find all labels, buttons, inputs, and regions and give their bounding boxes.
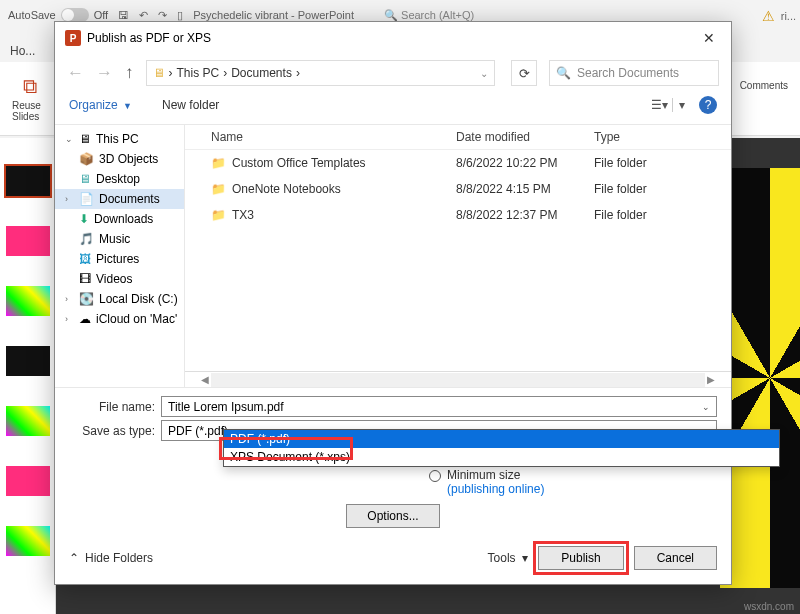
present-icon[interactable]: ▯ [177, 9, 183, 22]
toggle-icon[interactable] [61, 8, 89, 22]
search-hint[interactable]: 🔍 Search (Alt+Q) [384, 9, 474, 22]
tree-3dobjects[interactable]: 📦3D Objects [55, 149, 184, 169]
col-name[interactable]: Name [203, 125, 448, 149]
warning-icon: ⚠ [762, 8, 775, 24]
crumb-sep: › [169, 66, 173, 80]
powerpoint-icon: P [65, 30, 81, 46]
highlight-box [219, 437, 353, 460]
account-area[interactable]: ⚠ ri... [762, 8, 796, 24]
autosave-toggle[interactable]: AutoSave Off [8, 8, 108, 22]
optimize-min-sub: (publishing online) [447, 482, 544, 496]
filename-input[interactable]: Title Lorem Ipsum.pdf ⌄ [161, 396, 717, 417]
file-date: 8/8/2022 4:15 PM [448, 178, 586, 200]
options-button[interactable]: Options... [346, 504, 439, 528]
search-placeholder: Search Documents [577, 66, 679, 80]
radio-icon[interactable] [429, 470, 441, 482]
folder-icon: 📁 [211, 208, 226, 222]
dropdown-icon[interactable]: ⌄ [702, 402, 710, 412]
document-title: Psychedelic vibrant - PowerPoint [193, 9, 354, 21]
file-name: Custom Office Templates [232, 156, 366, 170]
nav-bar: ← → ↑ 🖥 › This PC › Documents › ⌄ ⟳ 🔍 Se… [55, 54, 731, 92]
reuse-icon: ⧉ [23, 75, 37, 98]
dialog-title: Publish as PDF or XPS [87, 31, 211, 45]
slide-thumb-5[interactable] [6, 406, 50, 436]
dialog-titlebar: P Publish as PDF or XPS ✕ [55, 22, 731, 54]
tree-localdisk[interactable]: ›💽Local Disk (C:) [55, 289, 184, 309]
slide-thumb-2[interactable] [6, 226, 50, 256]
ribbon-comments[interactable]: Comments [736, 78, 792, 119]
tree-desktop[interactable]: 🖥Desktop [55, 169, 184, 189]
file-row[interactable]: 📁OneNote Notebooks 8/8/2022 4:15 PM File… [185, 176, 731, 202]
crumb-thispc[interactable]: This PC [177, 66, 220, 80]
file-list-header[interactable]: Name Date modified Type [185, 125, 731, 150]
account-name: ri... [781, 10, 796, 22]
tree-icloud[interactable]: ›☁iCloud on 'Mac' [55, 309, 184, 329]
file-list[interactable]: Name Date modified Type 📁Custom Office T… [185, 125, 731, 387]
save-icon[interactable]: 🖫 [118, 9, 129, 21]
slide-thumb-1[interactable] [6, 166, 50, 196]
new-folder-button[interactable]: New folder [162, 98, 219, 112]
view-button[interactable]: ☰▾ ▾ [651, 98, 685, 112]
watermark: wsxdn.com [744, 601, 794, 612]
caret-icon: ▼ [123, 101, 132, 111]
folder-icon: 📁 [211, 156, 226, 170]
file-row[interactable]: 📁Custom Office Templates 8/6/2022 10:22 … [185, 150, 731, 176]
slide-art-2 [720, 168, 800, 588]
slide-thumb-6[interactable] [6, 466, 50, 496]
folder-tree[interactable]: ⌄🖥This PC 📦3D Objects 🖥Desktop ›📄Documen… [55, 125, 185, 387]
publish-dialog: P Publish as PDF or XPS ✕ ← → ↑ 🖥 › This… [54, 21, 732, 585]
tree-thispc[interactable]: ⌄🖥This PC [55, 129, 184, 149]
horizontal-scrollbar[interactable]: ◀ ▶ [185, 371, 731, 387]
comments-label: Comments [740, 80, 788, 91]
scroll-track[interactable] [211, 373, 705, 387]
ribbon-reuse-slides[interactable]: ⧉ Reuse Slides [8, 73, 52, 124]
forward-button[interactable]: → [96, 63, 113, 83]
saveas-value: PDF (*.pdf) [168, 424, 228, 438]
scroll-right-icon[interactable]: ▶ [705, 374, 717, 385]
file-type: File folder [586, 204, 731, 226]
search-documents-input[interactable]: 🔍 Search Documents [549, 60, 719, 86]
crumb-documents[interactable]: Documents [231, 66, 292, 80]
tools-button[interactable]: Tools ▾ [488, 551, 529, 565]
file-type: File folder [586, 152, 731, 174]
file-date: 8/6/2022 10:22 PM [448, 152, 586, 174]
tree-videos[interactable]: 🎞Videos [55, 269, 184, 289]
toolbar: Organize ▼ New folder ☰▾ ▾ ? [55, 92, 731, 125]
organize-button[interactable]: Organize ▼ [69, 98, 132, 112]
optimize-min-label: Minimum size [447, 468, 544, 482]
scroll-left-icon[interactable]: ◀ [199, 374, 211, 385]
folder-icon: 📁 [211, 182, 226, 196]
file-type: File folder [586, 178, 731, 200]
slide-thumb-3[interactable] [6, 286, 50, 316]
col-type[interactable]: Type [586, 125, 731, 149]
refresh-button[interactable]: ⟳ [511, 60, 537, 86]
dropdown-caret-icon[interactable]: ⌄ [480, 68, 488, 79]
file-row[interactable]: 📁TX3 8/8/2022 12:37 PM File folder [185, 202, 731, 228]
redo-icon[interactable]: ↷ [158, 9, 167, 22]
autosave-state: Off [94, 9, 108, 21]
dialog-footer: ⌃ Hide Folders Tools ▾ Publish Cancel [55, 536, 731, 584]
up-button[interactable]: ↑ [125, 63, 134, 83]
filename-value: Title Lorem Ipsum.pdf [168, 400, 284, 414]
close-button[interactable]: ✕ [697, 28, 721, 48]
optimize-minimum-radio[interactable]: Minimum size (publishing online) [69, 468, 717, 496]
saveas-label: Save as type: [69, 424, 161, 438]
slide-thumb-7[interactable] [6, 526, 50, 556]
slide-thumbnails[interactable] [0, 138, 56, 614]
file-name: TX3 [232, 208, 254, 222]
undo-icon[interactable]: ↶ [139, 9, 148, 22]
back-button[interactable]: ← [67, 63, 84, 83]
tree-music[interactable]: 🎵Music [55, 229, 184, 249]
slide-thumb-4[interactable] [6, 346, 50, 376]
col-date[interactable]: Date modified [448, 125, 586, 149]
publish-button[interactable]: Publish [538, 546, 623, 570]
address-bar[interactable]: 🖥 › This PC › Documents › ⌄ [146, 60, 496, 86]
explorer: ⌄🖥This PC 📦3D Objects 🖥Desktop ›📄Documen… [55, 125, 731, 388]
file-name: OneNote Notebooks [232, 182, 341, 196]
help-button[interactable]: ? [699, 96, 717, 114]
tree-documents[interactable]: ›📄Documents [55, 189, 184, 209]
tree-pictures[interactable]: 🖼Pictures [55, 249, 184, 269]
cancel-button[interactable]: Cancel [634, 546, 717, 570]
hide-folders-button[interactable]: ⌃ Hide Folders [69, 551, 153, 565]
tree-downloads[interactable]: ⬇Downloads [55, 209, 184, 229]
